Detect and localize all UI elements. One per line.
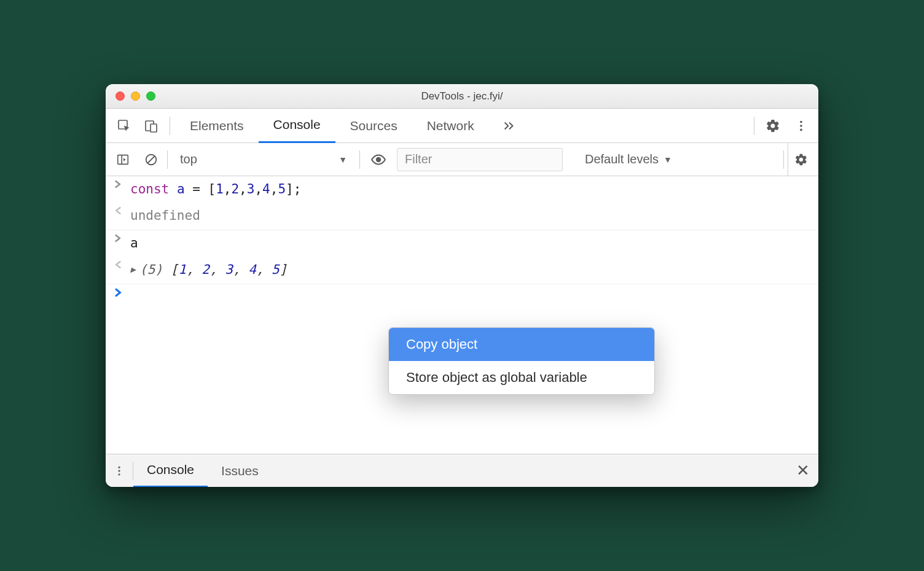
chevron-down-icon: ▼ bbox=[664, 155, 672, 165]
tab-console[interactable]: Console bbox=[259, 109, 335, 143]
drawer-tab-console[interactable]: Console bbox=[133, 454, 208, 487]
console-input-line: a bbox=[106, 230, 818, 257]
context-selector[interactable]: top ▼ bbox=[171, 152, 356, 166]
filter-placeholder: Filter bbox=[405, 152, 432, 166]
svg-rect-2 bbox=[151, 124, 157, 132]
prompt-icon bbox=[112, 234, 124, 243]
console-result-line: undefined bbox=[106, 203, 818, 229]
console-array-value[interactable]: ▶(5) [1, 2, 3, 4, 5] bbox=[130, 260, 287, 279]
clear-console-icon[interactable] bbox=[139, 147, 163, 172]
console-input[interactable] bbox=[130, 288, 812, 301]
console-input-line: const a = [1,2,3,4,5]; bbox=[106, 176, 818, 203]
svg-point-4 bbox=[800, 125, 802, 127]
drawer-menu-icon[interactable] bbox=[106, 465, 133, 477]
chevron-down-icon: ▼ bbox=[339, 155, 347, 165]
drawer: Console Issues ✕ bbox=[106, 454, 818, 487]
svg-point-13 bbox=[118, 473, 120, 475]
console-result-value: undefined bbox=[130, 206, 200, 225]
context-label: top bbox=[180, 152, 197, 166]
console-input-code: a bbox=[130, 234, 138, 252]
svg-line-9 bbox=[148, 156, 155, 163]
filter-input[interactable]: Filter bbox=[397, 148, 563, 171]
tab-sources[interactable]: Sources bbox=[335, 109, 412, 143]
console-input-code: const a = [1,2,3,4,5]; bbox=[130, 180, 301, 198]
log-levels-selector[interactable]: Default levels ▼ bbox=[576, 152, 681, 166]
svg-point-3 bbox=[800, 120, 802, 123]
console-settings-icon[interactable] bbox=[788, 143, 813, 176]
svg-point-10 bbox=[377, 157, 381, 161]
context-menu-copy-object[interactable]: Copy object bbox=[389, 328, 654, 361]
svg-point-5 bbox=[800, 128, 802, 131]
console-output: const a = [1,2,3,4,5]; undefined a ▶(5) … bbox=[106, 176, 818, 454]
drawer-tab-issues[interactable]: Issues bbox=[208, 454, 272, 487]
expand-icon[interactable]: ▶ bbox=[130, 263, 136, 277]
more-tabs-icon[interactable] bbox=[498, 119, 520, 133]
inspect-element-icon[interactable] bbox=[111, 118, 138, 133]
svg-point-12 bbox=[118, 470, 120, 472]
device-toolbar-icon[interactable] bbox=[138, 118, 165, 133]
context-menu: Copy object Store object as global varia… bbox=[388, 327, 655, 395]
levels-label: Default levels bbox=[585, 152, 659, 166]
drawer-close-icon[interactable]: ✕ bbox=[788, 461, 818, 480]
console-result-line[interactable]: ▶(5) [1, 2, 3, 4, 5] bbox=[106, 257, 818, 283]
window-title: DevTools - jec.fyi/ bbox=[106, 90, 818, 103]
window-titlebar: DevTools - jec.fyi/ bbox=[106, 84, 818, 109]
tab-network[interactable]: Network bbox=[412, 109, 489, 143]
show-sidebar-icon[interactable] bbox=[111, 147, 135, 172]
prompt-icon bbox=[112, 180, 124, 188]
result-icon bbox=[112, 206, 124, 215]
svg-rect-6 bbox=[118, 155, 128, 164]
console-toolbar: top ▼ Filter Default levels ▼ bbox=[106, 143, 818, 176]
console-prompt[interactable] bbox=[106, 284, 818, 306]
kebab-menu-icon[interactable] bbox=[789, 114, 813, 138]
live-expression-icon[interactable] bbox=[364, 152, 393, 168]
prompt-icon bbox=[112, 288, 124, 297]
devtools-window: DevTools - jec.fyi/ Elements Console Sou… bbox=[106, 84, 818, 487]
result-icon bbox=[112, 260, 124, 269]
settings-icon[interactable] bbox=[761, 114, 785, 138]
devtools-tabstrip: Elements Console Sources Network bbox=[106, 109, 818, 143]
svg-point-11 bbox=[118, 466, 120, 468]
tab-elements[interactable]: Elements bbox=[175, 109, 259, 143]
context-menu-store-global[interactable]: Store object as global variable bbox=[389, 361, 654, 394]
